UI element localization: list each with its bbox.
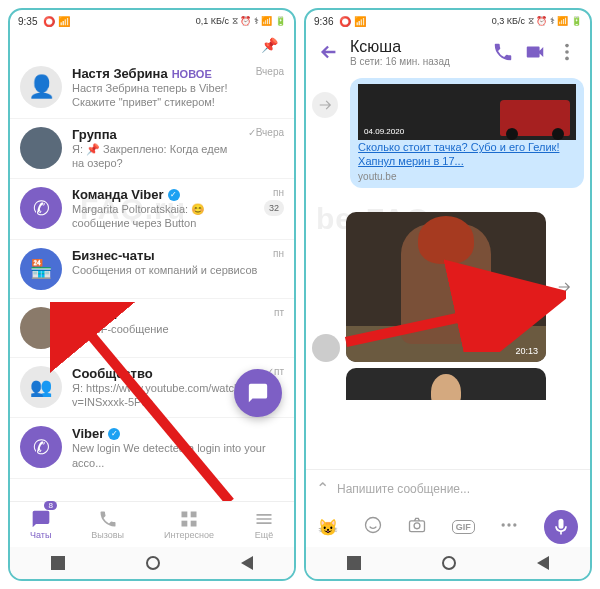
nav-label: Вызовы (91, 530, 124, 540)
nav-more[interactable]: Ещё (254, 509, 274, 540)
avatar: 🏪 (20, 248, 62, 290)
chat-title: Команда Viber (72, 187, 164, 202)
svg-point-12 (502, 523, 505, 526)
phone-right: 9:36 ⭕ 📶 0,3 КБ/с ⧖ ⏰ ⚕ 📶 🔋 Ксюша В сети… (304, 8, 592, 581)
status-right: 0,1 КБ/с ⧖ ⏰ ⚕ 📶 🔋 (196, 16, 286, 27)
link-preview-image: 04.09.2020 (358, 84, 576, 140)
avatar: 👥 (20, 366, 62, 408)
chat-subtitle: New login We detected a login into your … (72, 441, 284, 470)
link-title[interactable]: Сколько стоит тачка? Субо и его Гелик! Х… (358, 140, 576, 169)
chat-item-nastya[interactable]: 👤 Настя Зебрина НОВОЕ Настя Зебрина тепе… (10, 58, 294, 119)
status-time: 9:35 (18, 16, 37, 27)
chat-item-viber[interactable]: ✆ Viber ✓ New login We detected a login … (10, 418, 294, 479)
contact-status: В сети: 16 мин. назад (350, 56, 482, 67)
phone-left: 9:35 ⭕ 📶 0,1 КБ/с ⧖ ⏰ ⚕ 📶 🔋 FAQ.ru 📌 👤 Н… (8, 8, 296, 581)
android-nav (10, 547, 294, 579)
avatar: ✆ (20, 426, 62, 468)
chat-title: Ксюша (72, 307, 116, 322)
chat-time: пт (274, 307, 284, 318)
avatar (312, 334, 340, 362)
verified-icon: ✓ (108, 428, 120, 440)
bottom-nav: 8 Чаты Вызовы Интересное Ещё (10, 501, 294, 547)
new-badge: НОВОЕ (172, 68, 212, 80)
svg-point-13 (508, 523, 511, 526)
recents-button[interactable] (347, 556, 361, 570)
pin-icon[interactable]: 📌 (10, 32, 294, 58)
nav-chats[interactable]: 8 Чаты (30, 509, 51, 540)
nav-badge: 8 (44, 501, 56, 510)
message-link[interactable]: 04.09.2020 Сколько стоит тачка? Субо и е… (312, 78, 584, 188)
nav-explore[interactable]: Интересное (164, 509, 214, 540)
nav-label: Ещё (255, 530, 273, 540)
forward-icon[interactable] (312, 92, 338, 118)
chat-item-viber-team[interactable]: ✆ Команда Viber ✓ Margarita Poltoratskai… (10, 179, 294, 240)
camera-icon[interactable] (407, 515, 427, 539)
forward-icon[interactable] (550, 273, 578, 301)
home-button[interactable] (442, 556, 456, 570)
svg-rect-1 (182, 512, 188, 518)
message-input[interactable]: Напишите сообщение... (337, 482, 580, 496)
home-button[interactable] (146, 556, 160, 570)
svg-point-11 (414, 523, 420, 529)
contact-name[interactable]: Ксюша (350, 38, 482, 56)
avatar: 👤 (20, 66, 62, 108)
input-toolbar: 😺 GIF (306, 507, 590, 547)
message-input-bar: ⌃ Напишите сообщение... (306, 469, 590, 507)
chat-time: пн (273, 187, 284, 198)
recents-button[interactable] (51, 556, 65, 570)
avatar (20, 307, 62, 349)
svg-point-7 (565, 57, 569, 61)
chat-title: Настя Зебрина (72, 66, 168, 81)
chat-item-group[interactable]: Группа Я: 📌 Закреплено: Когда едем на оз… (10, 119, 294, 180)
svg-point-5 (565, 44, 569, 48)
android-nav (306, 547, 590, 579)
chat-time: ✓Вчера (248, 127, 284, 138)
chat-header: Ксюша В сети: 16 мин. назад (306, 32, 590, 72)
chat-item-business[interactable]: 🏪 Бизнес-чаты Сообщения от компаний и се… (10, 240, 294, 299)
nav-label: Интересное (164, 530, 214, 540)
avatar: ✆ (20, 187, 62, 229)
nav-calls[interactable]: Вызовы (91, 509, 124, 540)
menu-icon[interactable] (556, 41, 578, 63)
unread-badge: 32 (264, 200, 284, 216)
chat-subtitle: Сообщения от компаний и сервисов (72, 263, 263, 277)
nav-label: Чаты (30, 530, 51, 540)
preview-date: 04.09.2020 (364, 127, 404, 136)
sticker-icon[interactable]: 😺 (318, 518, 338, 537)
chat-list: FAQ.ru 📌 👤 Настя Зебрина НОВОЕ Настя Зеб… (10, 32, 294, 501)
expand-icon[interactable]: ⌃ (316, 479, 329, 498)
chat-title: Группа (72, 127, 117, 142)
message-gif-2[interactable] (346, 368, 546, 400)
back-icon[interactable] (318, 41, 340, 63)
voice-call-icon[interactable] (492, 41, 514, 63)
gif-icon[interactable]: GIF (452, 520, 475, 534)
svg-point-14 (513, 523, 516, 526)
svg-rect-4 (191, 521, 197, 527)
chat-subtitle: Я: https://www.youtube.com/watch?v=INSxx… (72, 381, 256, 410)
svg-rect-3 (182, 521, 188, 527)
message-gif[interactable]: 20:13 (312, 212, 584, 362)
status-time: 9:36 (314, 16, 333, 27)
more-icon[interactable] (499, 515, 519, 539)
avatar (20, 127, 62, 169)
chat-item-ksyusha[interactable]: Ксюша 😊 GIF-сообщение пт (10, 299, 294, 358)
chat-subtitle: Настя Зебрина теперь в Viber! Скажите "п… (72, 81, 246, 110)
conversation-area[interactable]: berFAQ.ru 04.09.2020 Сколько стоит тачка… (306, 72, 590, 469)
status-bar: 9:35 ⭕ 📶 0,1 КБ/с ⧖ ⏰ ⚕ 📶 🔋 (10, 10, 294, 32)
back-button[interactable] (241, 556, 253, 570)
message-time: 20:13 (515, 346, 538, 356)
emoji-icon[interactable] (363, 515, 383, 539)
chat-title: Viber (72, 426, 104, 441)
video-call-icon[interactable] (524, 41, 546, 63)
new-chat-fab[interactable] (234, 369, 282, 417)
chat-title: Бизнес-чаты (72, 248, 155, 263)
chat-time: Вчера (256, 66, 284, 77)
svg-point-9 (365, 518, 380, 533)
gif-content[interactable]: 20:13 (346, 212, 546, 362)
chat-subtitle: Я: 📌 Закреплено: Когда едем на озеро? (72, 142, 238, 171)
mic-button[interactable] (544, 510, 578, 544)
chat-title: Сообщество (72, 366, 153, 381)
svg-rect-2 (191, 512, 197, 518)
back-button[interactable] (537, 556, 549, 570)
status-bar: 9:36 ⭕ 📶 0,3 КБ/с ⧖ ⏰ ⚕ 📶 🔋 (306, 10, 590, 32)
